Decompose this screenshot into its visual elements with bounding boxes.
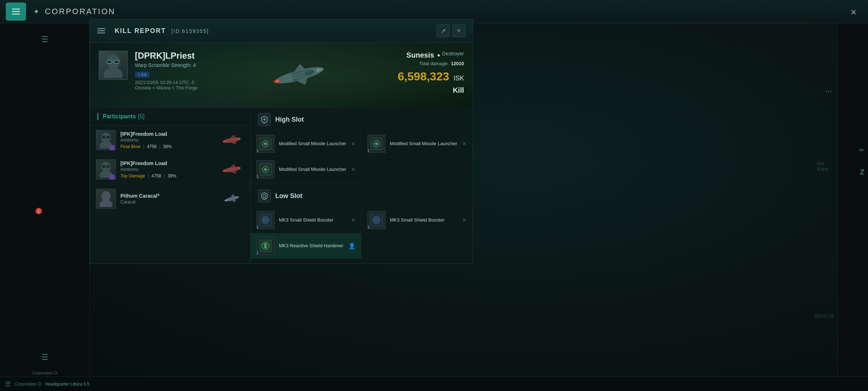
corp-bar-icon[interactable]: ☰ bbox=[5, 380, 11, 388]
svg-rect-3 bbox=[114, 60, 119, 63]
modal-header: KILL REPORT [ID:6159355] ↗ × bbox=[90, 19, 473, 43]
slot-item[interactable]: 1 MK3 Small Shield Booster ✕ bbox=[251, 207, 362, 233]
participant-corp: Ashimmu bbox=[120, 167, 215, 172]
hamburger-icon bbox=[12, 9, 20, 14]
ship-icon bbox=[219, 133, 244, 147]
notification-badge: 1 bbox=[35, 208, 42, 214]
header-bar bbox=[97, 113, 98, 120]
edit-button[interactable]: ✏ bbox=[859, 146, 864, 154]
slot-item[interactable]: 1 MK3 Small Shield Booster ✕ bbox=[362, 207, 473, 233]
svg-point-19 bbox=[106, 136, 110, 139]
modal-close-button[interactable]: × bbox=[452, 24, 465, 37]
participant-name: Pithum Caracal⁵ bbox=[120, 193, 215, 199]
right-sidebar: ··· ✏ Z ord Kotra 021:07:18 bbox=[838, 23, 868, 391]
participant-details: [IPK]Freedom Load Ashimmu Top Damage | 4… bbox=[120, 160, 215, 178]
kill-badge: 1 Kill bbox=[135, 72, 149, 77]
svg-point-46 bbox=[264, 143, 267, 145]
panel-header: Participants [5] bbox=[90, 108, 250, 126]
isk-value: 6,598,323 bbox=[398, 70, 449, 83]
slot-item-name: Modified Small Missile Launcher bbox=[390, 140, 458, 147]
close-icon[interactable]: ✕ bbox=[462, 141, 467, 147]
participant-details: [IPK]Freedom Load Ashimmu Final Blow | 4… bbox=[120, 131, 215, 149]
sidebar-corp-button[interactable]: ☰ bbox=[36, 348, 54, 366]
participant-name: [IPK]Freedom Load bbox=[120, 131, 215, 137]
dots-menu[interactable]: ··· bbox=[825, 87, 832, 96]
slot-item-icon bbox=[367, 135, 386, 153]
slot-item-icon bbox=[256, 135, 275, 153]
slot-item-qty: 1 bbox=[256, 148, 259, 153]
svg-point-54 bbox=[264, 168, 267, 171]
avatar-placeholder bbox=[99, 51, 127, 79]
slot-item-icon bbox=[256, 211, 275, 229]
svg-point-28 bbox=[106, 165, 110, 168]
slot-item[interactable]: 1 MK3 Reactive Shield Hardener 👤 bbox=[251, 233, 362, 259]
svg-point-58 bbox=[263, 218, 268, 222]
modal-id: [ID:6159355] bbox=[171, 28, 209, 34]
kill-type: Kill bbox=[398, 86, 464, 94]
ship-name: Sunesis bbox=[407, 51, 434, 59]
svg-point-1 bbox=[104, 68, 123, 78]
z-button[interactable]: Z bbox=[860, 168, 864, 176]
participant-corp: Caracal bbox=[120, 199, 215, 205]
export-button[interactable]: ↗ bbox=[437, 24, 450, 37]
kill-stats: Sunesis • Destroyer Total damage: 12010 … bbox=[398, 51, 464, 94]
corp-bar-label: Corporation D bbox=[14, 382, 42, 387]
slot-item-qty: 1 bbox=[367, 148, 370, 153]
slot-item-qty: 1 bbox=[256, 225, 259, 229]
user-icon[interactable]: 👤 bbox=[348, 243, 356, 249]
corp-title: CORPORATION bbox=[45, 7, 115, 16]
player-avatar bbox=[99, 51, 128, 80]
modal-menu-button[interactable] bbox=[97, 25, 110, 36]
main-close-button[interactable]: × bbox=[846, 5, 861, 20]
participants-count: [5] bbox=[138, 113, 145, 120]
high-slot-header: High Slot bbox=[251, 108, 473, 131]
high-slot-items: 1 Modified Small Missile Launcher ✕ bbox=[251, 131, 473, 184]
participant-corp: Ashimmu bbox=[120, 138, 215, 143]
low-slot-title: Low Slot bbox=[275, 192, 302, 200]
close-icon[interactable]: ✕ bbox=[351, 141, 356, 147]
corp-bar-text: Corporation D bbox=[29, 371, 60, 375]
close-icon[interactable]: ✕ bbox=[351, 217, 356, 223]
corp-rank-badge bbox=[110, 175, 115, 180]
modal-title: KILL REPORT [ID:6159355] bbox=[115, 27, 431, 35]
svg-point-18 bbox=[102, 136, 106, 139]
svg-point-34 bbox=[101, 191, 111, 201]
low-slot-header: Low Slot bbox=[251, 184, 473, 207]
list-item[interactable]: [IPK]Freedom Load Ashimmu Top Damage | 4… bbox=[90, 155, 250, 184]
close-icon[interactable]: ✕ bbox=[462, 217, 467, 223]
slot-item-name: MK3 Small Shield Booster bbox=[279, 217, 347, 223]
svg-point-55 bbox=[263, 195, 266, 198]
participant-stats: Top Damage | 4758 | 39% bbox=[120, 173, 215, 178]
corp-logo: ✦ CORPORATION bbox=[33, 7, 115, 16]
menu-button[interactable] bbox=[6, 3, 26, 21]
slot-item-icon bbox=[367, 211, 386, 229]
svg-point-27 bbox=[102, 165, 106, 168]
svg-rect-2 bbox=[107, 60, 112, 63]
close-icon[interactable]: ✕ bbox=[351, 167, 356, 172]
slot-item-name: MK3 Small Shield Booster bbox=[390, 217, 458, 223]
panel-title: Participants bbox=[103, 113, 136, 120]
corp-rank-badge bbox=[110, 145, 115, 150]
participant-details: Pithum Caracal⁵ Caracal bbox=[120, 193, 215, 205]
slot-item-icon bbox=[256, 160, 275, 178]
bg-label-1: ord Kotra bbox=[817, 161, 828, 172]
list-item[interactable]: Pithum Caracal⁵ Caracal bbox=[90, 184, 250, 214]
slot-item[interactable]: 1 Modified Small Missile Launcher ✕ bbox=[251, 157, 362, 182]
slot-item[interactable]: 1 Modified Small Missile Launcher ✕ bbox=[362, 131, 473, 157]
hq-value: Headquarter Litiura 0.5 bbox=[45, 382, 90, 387]
sidebar-menu-button[interactable]: ☰ bbox=[36, 30, 54, 49]
equipment-panel: High Slot 1 Modified Small Missile Laun bbox=[251, 108, 473, 264]
list-item[interactable]: [IPK]Freedom Load Ashimmu Final Blow | 4… bbox=[90, 126, 250, 155]
high-slot-title: High Slot bbox=[275, 116, 304, 123]
slot-item-icon bbox=[256, 237, 275, 255]
kill-info-section: [DPRK]LPriest Warp Scramble Strength: 4 … bbox=[90, 43, 473, 108]
slot-item-qty: 1 bbox=[256, 174, 259, 178]
svg-point-50 bbox=[375, 143, 378, 145]
ship-image bbox=[248, 46, 350, 104]
slot-item[interactable]: 1 Modified Small Missile Launcher ✕ bbox=[251, 131, 362, 157]
ship-type: Destroyer bbox=[442, 51, 464, 56]
slot-item-name: MK3 Reactive Shield Hardener bbox=[279, 243, 344, 249]
total-damage-label: Total damage: bbox=[419, 61, 449, 66]
ship-icon bbox=[219, 162, 244, 177]
kill-report-modal: KILL REPORT [ID:6159355] ↗ × bbox=[90, 19, 473, 264]
